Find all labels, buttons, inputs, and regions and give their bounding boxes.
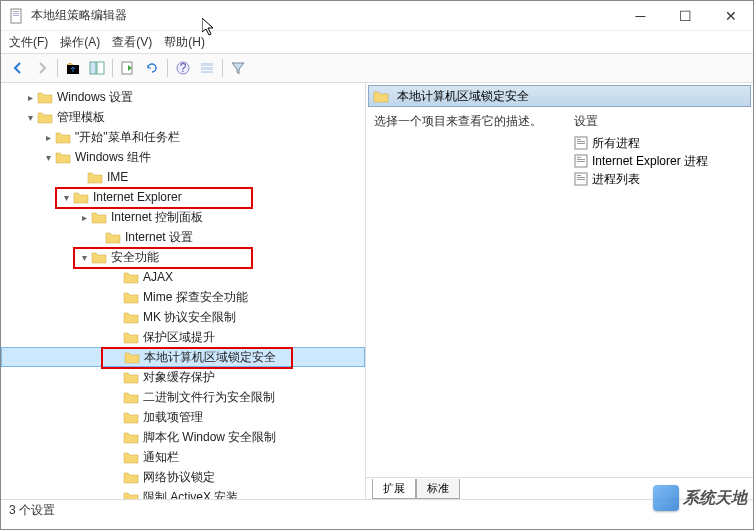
chevron-down-icon[interactable]: ▾ bbox=[41, 152, 55, 163]
back-button[interactable] bbox=[7, 57, 29, 79]
tab-standard[interactable]: 标准 bbox=[416, 479, 460, 499]
window-title: 本地组策略编辑器 bbox=[31, 7, 618, 24]
maximize-button[interactable]: ☐ bbox=[663, 1, 708, 30]
tree-mk[interactable]: MK 协议安全限制 bbox=[1, 307, 365, 327]
menu-help[interactable]: 帮助(H) bbox=[164, 34, 205, 51]
svg-rect-23 bbox=[577, 177, 585, 178]
help-button[interactable]: ? bbox=[172, 57, 194, 79]
svg-rect-1 bbox=[13, 11, 19, 12]
tree-binary[interactable]: 二进制文件行为安全限制 bbox=[1, 387, 365, 407]
chevron-right-icon[interactable]: ▸ bbox=[23, 92, 37, 103]
detail-header: 本地计算机区域锁定安全 bbox=[368, 85, 751, 107]
svg-rect-5 bbox=[90, 62, 96, 74]
svg-rect-16 bbox=[577, 143, 585, 144]
chevron-down-icon[interactable]: ▾ bbox=[59, 192, 73, 203]
status-bar: 3 个设置 bbox=[1, 499, 753, 521]
setting-label: Internet Explorer 进程 bbox=[592, 153, 708, 170]
tree-ajax[interactable]: AJAX bbox=[1, 267, 365, 287]
policy-icon bbox=[574, 172, 588, 186]
refresh-button[interactable] bbox=[141, 57, 163, 79]
detail-title: 本地计算机区域锁定安全 bbox=[397, 88, 529, 105]
svg-rect-22 bbox=[577, 175, 581, 176]
forward-button[interactable] bbox=[31, 57, 53, 79]
settings-header: 设置 bbox=[574, 113, 745, 130]
svg-rect-20 bbox=[577, 161, 585, 162]
setting-all-processes[interactable]: 所有进程 bbox=[574, 134, 745, 152]
tree-zone-elevation[interactable]: 保护区域提升 bbox=[1, 327, 365, 347]
svg-rect-3 bbox=[13, 15, 19, 16]
menu-action[interactable]: 操作(A) bbox=[60, 34, 100, 51]
policy-icon bbox=[574, 154, 588, 168]
folder-icon bbox=[373, 89, 389, 103]
menu-view[interactable]: 查看(V) bbox=[112, 34, 152, 51]
policy-icon bbox=[574, 136, 588, 150]
tab-extended[interactable]: 扩展 bbox=[372, 479, 416, 499]
svg-rect-2 bbox=[13, 13, 19, 14]
svg-rect-24 bbox=[577, 179, 585, 180]
chevron-right-icon[interactable]: ▸ bbox=[41, 132, 55, 143]
tree-ie-control-panel[interactable]: ▸Internet 控制面板 bbox=[1, 207, 365, 227]
tree-admin-templates[interactable]: ▾管理模板 bbox=[1, 107, 365, 127]
svg-rect-14 bbox=[577, 139, 581, 140]
svg-rect-19 bbox=[577, 159, 585, 160]
toolbar: ? bbox=[1, 53, 753, 83]
tree-internet-explorer[interactable]: ▾Internet Explorer bbox=[1, 187, 365, 207]
minimize-button[interactable]: ─ bbox=[618, 1, 663, 30]
svg-rect-15 bbox=[577, 141, 585, 142]
show-hide-tree-button[interactable] bbox=[86, 57, 108, 79]
svg-rect-10 bbox=[201, 63, 213, 66]
detail-tabs: 扩展 标准 bbox=[366, 477, 753, 499]
tree-local-machine-zone[interactable]: 本地计算机区域锁定安全 bbox=[1, 347, 365, 367]
svg-text:?: ? bbox=[180, 61, 187, 75]
setting-ie-process[interactable]: Internet Explorer 进程 bbox=[574, 152, 745, 170]
svg-rect-11 bbox=[201, 67, 213, 70]
chevron-right-icon[interactable]: ▸ bbox=[77, 212, 91, 223]
detail-pane: 本地计算机区域锁定安全 选择一个项目来查看它的描述。 设置 所有进程 Inter… bbox=[366, 83, 753, 499]
close-button[interactable]: ✕ bbox=[708, 1, 753, 30]
tree-mime[interactable]: Mime 探查安全功能 bbox=[1, 287, 365, 307]
filter-button[interactable] bbox=[227, 57, 249, 79]
description-text: 选择一个项目来查看它的描述。 bbox=[374, 114, 542, 128]
tree-object-cache[interactable]: 对象缓存保护 bbox=[1, 367, 365, 387]
status-text: 3 个设置 bbox=[9, 502, 55, 519]
svg-rect-12 bbox=[201, 71, 213, 73]
tree-windows-settings[interactable]: ▸Windows 设置 bbox=[1, 87, 365, 107]
tree-start-taskbar[interactable]: ▸"开始"菜单和任务栏 bbox=[1, 127, 365, 147]
tree-pane[interactable]: ▸Windows 设置 ▾管理模板 ▸"开始"菜单和任务栏 ▾Windows 组… bbox=[1, 83, 366, 499]
svg-rect-6 bbox=[97, 62, 104, 74]
tree-ie-settings[interactable]: Internet 设置 bbox=[1, 227, 365, 247]
app-icon bbox=[9, 8, 25, 24]
up-button[interactable] bbox=[62, 57, 84, 79]
tree-restrict-activex[interactable]: 限制 ActiveX 安装 bbox=[1, 487, 365, 499]
chevron-down-icon[interactable]: ▾ bbox=[23, 112, 37, 123]
setting-process-list[interactable]: 进程列表 bbox=[574, 170, 745, 188]
title-bar: 本地组策略编辑器 ─ ☐ ✕ bbox=[1, 1, 753, 31]
tree-windows-components[interactable]: ▾Windows 组件 bbox=[1, 147, 365, 167]
tree-ime[interactable]: IME bbox=[1, 167, 365, 187]
tree-addon-mgmt[interactable]: 加载项管理 bbox=[1, 407, 365, 427]
setting-label: 进程列表 bbox=[592, 171, 640, 188]
menu-bar: 文件(F) 操作(A) 查看(V) 帮助(H) bbox=[1, 31, 753, 53]
tree-notification-bar[interactable]: 通知栏 bbox=[1, 447, 365, 467]
menu-file[interactable]: 文件(F) bbox=[9, 34, 48, 51]
chevron-down-icon[interactable]: ▾ bbox=[77, 252, 91, 263]
description-column: 选择一个项目来查看它的描述。 bbox=[374, 113, 574, 473]
svg-rect-18 bbox=[577, 157, 581, 158]
tree-security-features[interactable]: ▾安全功能 bbox=[1, 247, 365, 267]
tree-scripted-window[interactable]: 脚本化 Window 安全限制 bbox=[1, 427, 365, 447]
setting-label: 所有进程 bbox=[592, 135, 640, 152]
export-button[interactable] bbox=[117, 57, 139, 79]
options-button[interactable] bbox=[196, 57, 218, 79]
tree-network-protocol[interactable]: 网络协议锁定 bbox=[1, 467, 365, 487]
